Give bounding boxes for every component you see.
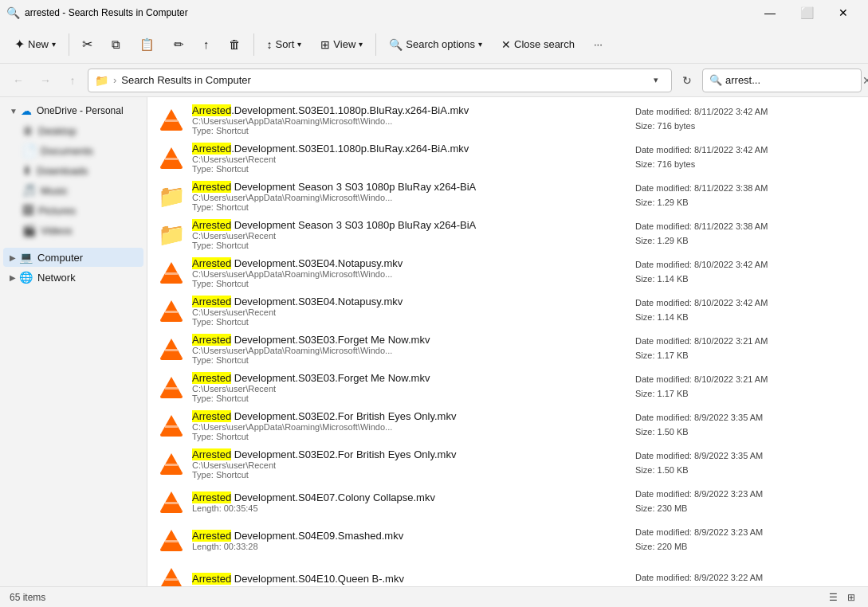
file-type: Type: Shortcut (192, 394, 635, 403)
file-item[interactable]: Arrested.Development.S03E01.1080p.BluRay… (147, 100, 868, 139)
file-info: Arrested Development.S03E03.Forget Me No… (192, 372, 635, 403)
file-item[interactable]: Arrested Development.S03E02.For British … (147, 406, 868, 444)
network-icon: 🌐 (19, 271, 33, 284)
sort-button[interactable]: ↕ Sort ▾ (259, 33, 310, 56)
file-item[interactable]: Arrested Development.S03E04.Notapusy.mkv… (147, 253, 868, 292)
file-item[interactable]: 📁Arrested Development Season 3 S03 1080p… (147, 177, 868, 215)
downloads-icon: ⬇ (22, 164, 32, 177)
file-info: Arrested.Development.S03E01.1080p.BluRay… (192, 104, 635, 135)
file-info: Arrested Development.S03E03.Forget Me No… (192, 334, 635, 365)
file-path: C:\Users\user\AppData\Roaming\Microsoft\… (192, 193, 635, 202)
minimize-button[interactable]: — (752, 0, 788, 25)
file-item[interactable]: 📁Arrested Development Season 3 S03 1080p… (147, 215, 868, 253)
back-button[interactable]: ← (6, 69, 30, 92)
sidebar-item-computer[interactable]: ▶ 💻 Computer (3, 248, 143, 267)
address-folder-icon: 📁 (95, 74, 108, 87)
file-item[interactable]: Arrested Development.S03E02.For British … (147, 444, 868, 483)
delete-button[interactable]: 🗑 (221, 33, 249, 56)
address-separator: › (113, 74, 116, 86)
more-icon: ··· (594, 38, 603, 50)
file-info: Arrested Development.S03E02.For British … (192, 448, 635, 480)
sidebar-item-pictures[interactable]: 🖼 Pictures (3, 201, 143, 220)
vlc-icon (157, 564, 186, 586)
expand-icon: ▼ (10, 107, 18, 116)
sidebar-item-desktop[interactable]: 🖥 Desktop (3, 121, 143, 140)
file-path: C:\Users\user\AppData\Roaming\Microsoft\… (192, 422, 635, 432)
up-button[interactable]: ↑ (61, 69, 84, 92)
new-button[interactable]: ✦ New ▾ (6, 32, 64, 57)
file-type: Type: Shortcut (192, 279, 635, 288)
vlc-icon (157, 488, 186, 516)
file-item[interactable]: Arrested Development.S04E07.Colony Colla… (147, 483, 868, 521)
sidebar-item-documents[interactable]: 📄 Documents (3, 141, 143, 160)
search-highlight: Arrested (192, 334, 231, 346)
search-highlight: Arrested (192, 530, 231, 542)
search-highlight: Arrested (192, 104, 231, 116)
file-name: Arrested Development.S03E04.Notapusy.mkv (192, 257, 635, 269)
view-button[interactable]: ⊞ View ▾ (312, 33, 371, 56)
file-name: Arrested Development.S03E03.Forget Me No… (192, 334, 635, 346)
file-name: Arrested Development.S03E03.Forget Me No… (192, 372, 635, 384)
address-field[interactable]: 📁 › Search Results in Computer ▾ (88, 69, 672, 92)
forward-button[interactable]: → (33, 69, 57, 92)
file-item[interactable]: Arrested Development.S04E10.Queen B-.mkv… (147, 559, 868, 586)
file-meta: Date modified: 8/11/2022 3:42 AMSize: 71… (635, 143, 858, 171)
computer-expand-icon: ▶ (10, 253, 16, 262)
sort-chevron-icon: ▾ (297, 40, 301, 49)
file-meta: Date modified: 8/11/2022 3:38 AMSize: 1.… (635, 182, 858, 210)
file-info: Arrested Development.S03E04.Notapusy.mkv… (192, 296, 635, 327)
vlc-icon (157, 449, 186, 478)
file-type: Type: Shortcut (192, 241, 635, 250)
svg-marker-9 (161, 300, 182, 319)
sidebar-item-onedrive[interactable]: ▼ ☁ OneDrive - Personal (3, 101, 143, 120)
file-meta: Date modified: 8/10/2022 3:42 AMSize: 1.… (635, 258, 858, 286)
file-item[interactable]: Arrested Development.S03E03.Forget Me No… (147, 368, 868, 406)
file-item[interactable]: Arrested Development.S03E04.Notapusy.mkv… (147, 292, 868, 330)
search-highlight: Arrested (192, 219, 231, 231)
file-item[interactable]: Arrested Development.S04E09.Smashed.mkvL… (147, 521, 868, 559)
address-dropdown-button[interactable]: ▾ (647, 72, 665, 89)
refresh-button[interactable]: ↻ (675, 69, 699, 92)
sidebar-item-downloads[interactable]: ⬇ Downloads (3, 161, 143, 180)
search-options-button[interactable]: 🔍 Search options ▾ (381, 33, 490, 56)
music-icon: 🎵 (22, 184, 36, 197)
file-item[interactable]: Arrested Development.S03E03.Forget Me No… (147, 330, 868, 368)
svg-rect-28 (160, 548, 183, 551)
sidebar-item-videos[interactable]: 🎬 Videos (3, 221, 143, 240)
rename-button[interactable]: ✏ (166, 33, 192, 57)
file-item[interactable]: Arrested.Development.S03E01.1080p.BluRay… (147, 139, 868, 177)
sidebar-item-network[interactable]: ▶ 🌐 Network (3, 268, 143, 287)
svg-rect-1 (160, 127, 183, 131)
list-view-button[interactable]: ☰ (826, 590, 841, 605)
svg-marker-15 (161, 377, 182, 395)
file-meta: Date modified: 8/10/2022 3:42 AMSize: 1.… (635, 296, 858, 324)
file-meta: Date modified: 8/10/2022 3:21 AMSize: 1.… (635, 335, 858, 362)
file-info: Arrested Development.S04E09.Smashed.mkvL… (192, 530, 635, 551)
svg-rect-14 (165, 349, 178, 351)
svg-rect-32 (165, 578, 178, 581)
copy-button[interactable]: ⧉ (104, 33, 128, 57)
sidebar-label-network: Network (37, 272, 76, 284)
vlc-icon (157, 258, 186, 287)
sidebar-item-music[interactable]: 🎵 Music (3, 181, 143, 200)
network-expand-icon: ▶ (10, 273, 16, 282)
search-box[interactable]: 🔍 ✕ → (702, 69, 862, 92)
share-button[interactable]: ↑ (195, 33, 218, 56)
close-button[interactable]: ✕ (825, 0, 862, 25)
search-clear-icon[interactable]: ✕ (862, 74, 868, 87)
svg-marker-27 (161, 530, 182, 548)
cut-button[interactable]: ✂ (74, 32, 100, 57)
maximize-button[interactable]: ⬜ (788, 0, 825, 25)
search-highlight: Arrested (192, 296, 231, 307)
close-search-button[interactable]: ✕ Close search (493, 33, 583, 56)
search-input[interactable] (725, 74, 859, 86)
details-view-button[interactable]: ⊞ (844, 590, 858, 605)
more-button[interactable]: ··· (586, 33, 611, 55)
paste-button[interactable]: 📋 (132, 33, 163, 57)
file-meta: Date modified: 8/9/2022 3:35 AMSize: 1.5… (635, 411, 858, 439)
pictures-icon: 🖼 (22, 204, 33, 217)
svg-marker-24 (161, 491, 182, 510)
close-search-icon: ✕ (501, 38, 511, 51)
view-chevron-icon: ▾ (359, 40, 363, 49)
svg-marker-18 (161, 415, 182, 433)
